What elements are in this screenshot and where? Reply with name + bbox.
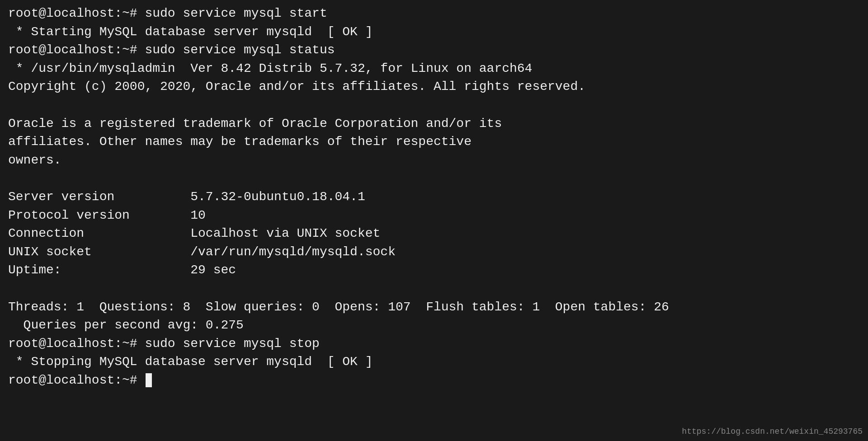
- terminal-window: root@localhost:~# sudo service mysql sta…: [0, 0, 868, 441]
- terminal-line: Connection Localhost via UNIX socket: [8, 225, 860, 243]
- terminal-line: root@localhost:~# sudo service mysql sta…: [8, 41, 860, 60]
- terminal-line: [8, 280, 860, 298]
- terminal-line: Threads: 1 Questions: 8 Slow queries: 0 …: [8, 298, 860, 317]
- watermark: https://blog.csdn.net/weixin_45293765: [682, 426, 863, 437]
- terminal-line: * Stopping MySQL database server mysqld …: [8, 353, 860, 371]
- terminal-line: [8, 169, 860, 188]
- terminal-line: root@localhost:~#: [8, 371, 860, 390]
- terminal-line: [8, 96, 860, 115]
- terminal-line: root@localhost:~# sudo service mysql sta…: [8, 5, 860, 23]
- terminal-line: owners.: [8, 151, 860, 170]
- terminal-line: * Starting MySQL database server mysqld …: [8, 23, 860, 42]
- terminal-cursor: [146, 373, 152, 387]
- terminal-line: * /usr/bin/mysqladmin Ver 8.42 Distrib 5…: [8, 60, 860, 78]
- terminal-line: Server version 5.7.32-0ubuntu0.18.04.1: [8, 188, 860, 206]
- terminal-line: Queries per second avg: 0.275: [8, 316, 860, 335]
- terminal-line: Protocol version 10: [8, 206, 860, 225]
- terminal-line: affiliates. Other names may be trademark…: [8, 133, 860, 151]
- terminal-line: Oracle is a registered trademark of Orac…: [8, 115, 860, 133]
- terminal-output: root@localhost:~# sudo service mysql sta…: [8, 5, 860, 389]
- terminal-line: Copyright (c) 2000, 2020, Oracle and/or …: [8, 78, 860, 96]
- terminal-line: UNIX socket /var/run/mysqld/mysqld.sock: [8, 243, 860, 262]
- terminal-line: root@localhost:~# sudo service mysql sto…: [8, 335, 860, 353]
- terminal-line: Uptime: 29 sec: [8, 261, 860, 280]
